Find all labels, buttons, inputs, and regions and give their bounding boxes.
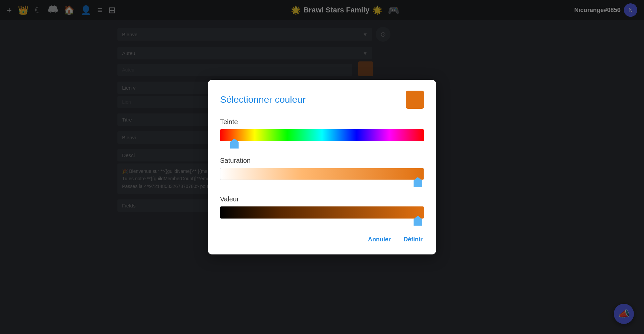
value-thumb-shape (414, 216, 422, 226)
saturation-slider-wrapper[interactable] (220, 168, 424, 188)
color-preview-box (406, 91, 424, 109)
define-button[interactable]: Définir (402, 234, 424, 245)
saturation-thumb-shape (414, 177, 422, 187)
hue-thumb-shape (230, 139, 239, 149)
value-slider-wrapper[interactable] (220, 206, 424, 227)
modal-title: Sélectionner couleur (220, 94, 306, 105)
hue-label: Teinte (220, 118, 424, 126)
saturation-thumb[interactable] (414, 177, 422, 187)
modal-header: Sélectionner couleur (220, 91, 424, 109)
hue-section: Teinte (220, 118, 424, 149)
modal-overlay[interactable]: Sélectionner couleur Teinte Saturation (0, 0, 644, 334)
value-label: Valeur (220, 195, 424, 203)
color-picker-modal: Sélectionner couleur Teinte Saturation (208, 80, 436, 254)
value-thumb[interactable] (414, 216, 422, 226)
modal-footer: Annuler Définir (220, 234, 424, 245)
saturation-section: Saturation (220, 157, 424, 188)
value-section: Valeur (220, 195, 424, 227)
hue-thumb[interactable] (230, 139, 239, 149)
saturation-label: Saturation (220, 157, 424, 164)
cancel-button[interactable]: Annuler (367, 234, 392, 245)
hue-track[interactable] (220, 129, 424, 141)
saturation-track[interactable] (220, 168, 424, 180)
value-track[interactable] (220, 206, 424, 219)
hue-slider-wrapper[interactable] (220, 129, 424, 149)
